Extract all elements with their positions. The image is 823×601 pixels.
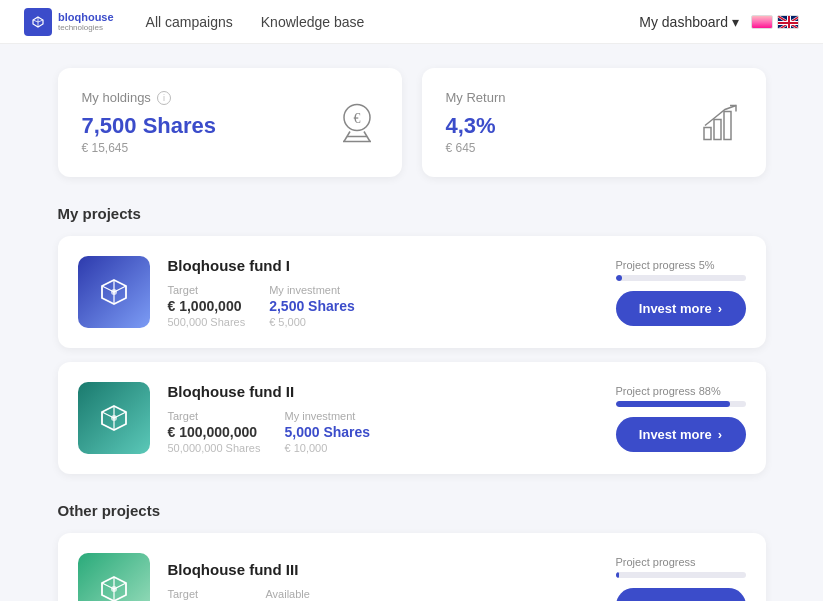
target-group-fund-2: Target € 100,000,000 50,000,000 Shares [168,410,261,454]
chevron-down-icon: ▾ [732,14,739,30]
progress-block-fund-3: Project progress [616,556,746,578]
target-sub-fund-2: 50,000,000 Shares [168,442,261,454]
holdings-info-icon[interactable]: i [157,91,171,105]
svg-point-19 [111,289,117,295]
progress-bar-bg-fund-3 [616,572,746,578]
other-projects-title: Other projects [58,502,766,519]
available-group-fund-3: Available 999 Shares [265,588,339,602]
project-thumb-fund-1 [78,256,150,328]
chevron-right-icon-2: › [718,427,722,442]
target-group-fund-1: Target € 1,000,000 500,000 Shares [168,284,246,328]
other-projects-section: Other projects Bloqhouse fund III Target… [58,502,766,601]
project-name-fund-1: Bloqhouse fund I [168,257,598,274]
progress-bar-fill-fund-2 [616,401,730,407]
invest-now-button-fund-3[interactable]: Invest now › [616,588,746,602]
logo[interactable]: bloqhouse technologies [24,8,114,36]
project-thumb-fund-3 [78,553,150,601]
progress-bar-bg-fund-2 [616,401,746,407]
project-thumb-fund-2 [78,382,150,454]
svg-rect-16 [704,127,711,139]
progress-block-fund-1: Project progress 5% [616,259,746,281]
svg-rect-18 [724,111,731,139]
project-stats-fund-2: Target € 100,000,000 50,000,000 Shares M… [168,410,598,454]
project-stats-fund-3: Target € 1,000,000 Available 999 Shares [168,588,598,602]
investment-sub-fund-2: € 10,000 [284,442,370,454]
project-action-fund-2: Project progress 88% Invest more › [616,385,746,452]
project-info-fund-1: Bloqhouse fund I Target € 1,000,000 500,… [168,257,598,328]
summary-cards: My holdings i 7,500 Shares € 15,645 € My… [58,68,766,177]
project-name-fund-2: Bloqhouse fund II [168,383,598,400]
returns-euro-value: € 645 [446,141,742,155]
progress-block-fund-2: Project progress 88% [616,385,746,407]
invest-more-button-fund-2[interactable]: Invest more › [616,417,746,452]
dashboard-menu[interactable]: My dashboard ▾ [639,14,739,30]
logo-name: bloqhouse [58,11,114,23]
svg-rect-17 [714,119,721,139]
available-label-fund-3: Available [265,588,339,600]
returns-percent-value: 4,3% [446,113,742,139]
investment-value-fund-1: 2,500 Shares [269,298,355,314]
project-info-fund-3: Bloqhouse fund III Target € 1,000,000 Av… [168,561,598,602]
main-content: My holdings i 7,500 Shares € 15,645 € My… [42,44,782,601]
investment-sub-fund-1: € 5,000 [269,316,355,328]
returns-label: My Return [446,90,742,105]
returns-icon [700,99,744,146]
progress-bar-bg-fund-1 [616,275,746,281]
investment-group-fund-2: My investment 5,000 Shares € 10,000 [284,410,370,454]
project-info-fund-2: Bloqhouse fund II Target € 100,000,000 5… [168,383,598,454]
returns-card: My Return 4,3% € 645 [422,68,766,177]
target-value-fund-2: € 100,000,000 [168,424,261,440]
navbar: bloqhouse technologies All campaigns Kno… [0,0,823,44]
progress-label-fund-3: Project progress [616,556,746,568]
project-card-fund-3: Bloqhouse fund III Target € 1,000,000 Av… [58,533,766,601]
holdings-card: My holdings i 7,500 Shares € 15,645 € [58,68,402,177]
chevron-right-icon: › [718,301,722,316]
my-projects-section: My projects Bloqhouse fund I Target € 1,… [58,205,766,474]
nav-knowledge-base[interactable]: Knowledge base [261,12,365,32]
project-action-fund-3: Project progress Invest now › [616,556,746,602]
target-label-fund-3: Target [168,588,242,600]
dashboard-label: My dashboard [639,14,728,30]
target-sub-fund-1: 500,000 Shares [168,316,246,328]
progress-bar-fill-fund-3 [616,572,620,578]
target-label-fund-1: Target [168,284,246,296]
project-action-fund-1: Project progress 5% Invest more › [616,259,746,326]
progress-bar-fill-fund-1 [616,275,623,281]
investment-value-fund-2: 5,000 Shares [284,424,370,440]
chevron-right-icon-3: › [715,598,719,602]
language-flags [751,15,799,29]
investment-label-fund-2: My investment [284,410,370,422]
nav-right: My dashboard ▾ [639,14,799,30]
project-card-fund-2: Bloqhouse fund II Target € 100,000,000 5… [58,362,766,474]
project-name-fund-3: Bloqhouse fund III [168,561,598,578]
nav-links: All campaigns Knowledge base [146,12,640,32]
investment-group-fund-1: My investment 2,500 Shares € 5,000 [269,284,355,328]
my-projects-title: My projects [58,205,766,222]
invest-more-button-fund-1[interactable]: Invest more › [616,291,746,326]
nav-all-campaigns[interactable]: All campaigns [146,12,233,32]
project-stats-fund-1: Target € 1,000,000 500,000 Shares My inv… [168,284,598,328]
svg-point-20 [111,415,117,421]
target-group-fund-3: Target € 1,000,000 [168,588,242,602]
target-label-fund-2: Target [168,410,261,422]
progress-label-fund-1: Project progress 5% [616,259,746,271]
flag-uk-icon[interactable] [777,15,799,29]
target-value-fund-1: € 1,000,000 [168,298,246,314]
flag-pink-icon[interactable] [751,15,773,29]
logo-sub: technologies [58,23,114,32]
holdings-icon: € [334,98,380,147]
progress-label-fund-2: Project progress 88% [616,385,746,397]
investment-label-fund-1: My investment [269,284,355,296]
svg-point-21 [111,586,117,592]
svg-text:€: € [353,110,360,125]
svg-rect-9 [778,22,799,24]
project-card-fund-1: Bloqhouse fund I Target € 1,000,000 500,… [58,236,766,348]
